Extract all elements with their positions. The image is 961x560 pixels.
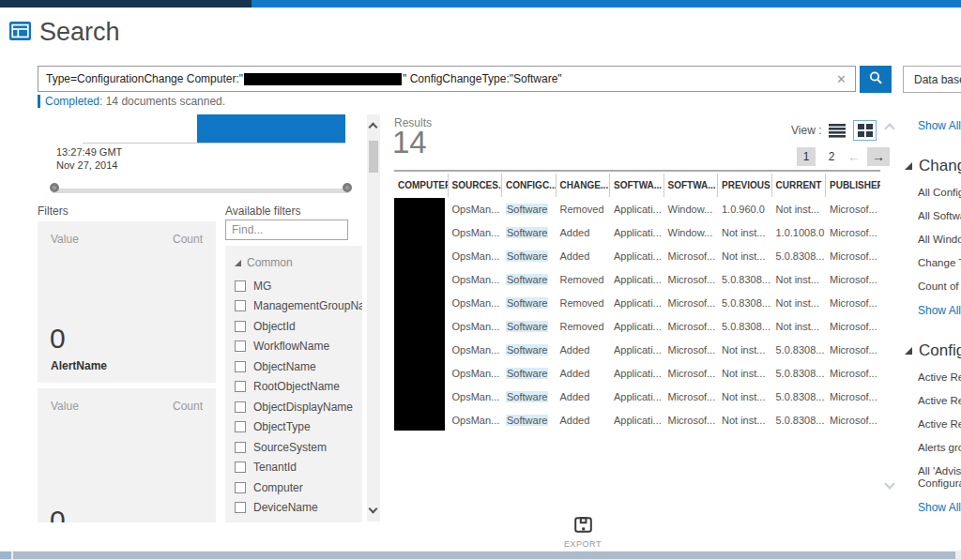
filter-checkbox-item[interactable]: DeviceName [235,498,362,519]
highlighted-term: Software [506,391,548,402]
hscroll-left-button[interactable] [0,552,11,559]
filter-checkbox-item[interactable]: RootObjectName [235,377,362,398]
hscroll-thumb[interactable] [13,552,955,559]
next-page-icon[interactable]: → [867,147,890,166]
checkbox[interactable] [235,300,246,311]
histogram-bar[interactable] [197,114,345,143]
results-scroll-up-icon[interactable] [884,123,894,133]
table-cell: Microsof... [664,391,719,402]
results-table-header: COMPUTERSOURCES...CONFIGC...CHANGE...SOF… [394,174,880,197]
filter-group-common[interactable]: Common [235,255,362,270]
facet-count-header: Count [173,233,203,246]
scrollbar-thumb[interactable] [369,141,378,173]
table-cell: Applicati... [610,297,664,309]
export-button[interactable]: EXPORT [561,517,604,549]
show-all-link[interactable]: Show All... [918,304,961,317]
search-button[interactable] [860,66,892,93]
filter-checkbox-item[interactable]: ObjectName [235,356,362,377]
scroll-up-icon[interactable] [369,123,378,132]
filter-checkbox-item[interactable]: ObjectDisplayName [235,397,362,417]
table-cell: Applicati... [610,368,664,379]
related-search-link[interactable]: All Configu [918,187,961,199]
page-button[interactable]: 1 [797,147,816,166]
column-header[interactable]: CURRENT [772,174,827,197]
section-header[interactable]: Change [905,157,961,175]
filter-checkbox-item[interactable]: MG [235,276,362,296]
column-header[interactable]: PUBLISHER [826,174,880,197]
slider-handle-right[interactable] [343,183,352,192]
related-search-link[interactable]: Alerts grou [918,442,961,454]
find-filter-input[interactable] [225,219,348,240]
table-row[interactable]: OpsMan...SoftwareRemovedApplicati...Micr… [394,291,880,314]
table-cell: Microsof... [664,274,719,285]
column-header[interactable]: SOFTWA... [610,174,664,197]
column-header[interactable]: PREVIOUS [718,174,772,197]
results-scroll-down-icon[interactable] [884,478,894,489]
related-search-link[interactable]: Active Reco [918,418,961,431]
page-button[interactable]: 2 [822,147,841,166]
filter-checkbox-item[interactable]: Computer [235,477,362,498]
checkbox[interactable] [235,341,246,352]
checkbox[interactable] [235,321,246,332]
facet-value-header: Value [51,400,79,413]
grid-view-icon[interactable] [853,120,877,141]
column-header[interactable]: COMPUTER [394,174,449,197]
filter-checkbox-item[interactable]: WorkflowName [235,337,362,357]
table-row[interactable]: OpsMan...SoftwareRemovedApplicati...Wind… [394,197,880,220]
filter-checkbox-label: WorkflowName [253,340,329,353]
table-row[interactable]: OpsMan...SoftwareAddedApplicati...Window… [394,220,880,244]
section-header[interactable]: Configu [905,341,961,360]
table-row[interactable]: OpsMan...SoftwareAddedApplicati...Micros… [394,338,880,361]
horizontal-scrollbar[interactable] [0,551,961,560]
checkbox[interactable] [235,280,246,292]
table-row[interactable]: OpsMan...SoftwareAddedApplicati...Micros… [394,385,880,408]
show-all-link[interactable]: Show All... [918,501,961,514]
checkbox[interactable] [235,482,246,493]
related-search-link[interactable]: All 'Advisor Configurati [918,465,961,490]
column-header[interactable]: CONFIGC... [502,174,557,197]
related-search-link[interactable]: Change Typ [918,257,961,269]
search-query-input[interactable]: Type=ConfigurationChange Computer:"" Con… [38,66,856,92]
checkbox[interactable] [235,502,246,513]
column-header[interactable]: CHANGE... [557,174,611,197]
checkbox[interactable] [235,462,246,473]
related-search-link[interactable]: All Softwar [918,210,961,222]
related-search-link[interactable]: All Window [918,234,961,246]
scroll-down-icon[interactable] [369,505,378,514]
table-row[interactable]: OpsMan...SoftwareAddedApplicati...Micros… [394,244,880,267]
time-histogram[interactable] [83,114,345,144]
table-cell: Added [557,391,611,402]
table-row[interactable]: OpsMan...SoftwareRemovedApplicati...Micr… [394,314,880,338]
table-cell: Applicati... [610,391,664,402]
filter-checkbox-item[interactable] [235,518,362,522]
column-header[interactable]: SOFTWA... [664,174,719,197]
column-header[interactable]: SOURCES... [449,174,503,197]
prev-page-icon[interactable]: ← [847,149,861,164]
checkbox[interactable] [235,361,246,372]
slider-handle-left[interactable] [50,183,59,192]
checkbox[interactable] [235,421,246,432]
table-row[interactable]: OpsMan...SoftwareAddedApplicati...Micros… [394,408,880,431]
table-row[interactable]: OpsMan...SoftwareRemovedApplicati...Micr… [394,267,880,291]
list-view-icon[interactable] [829,124,846,138]
search-status: Completed : 14 documents scanned. [38,95,225,108]
filter-checkbox-item[interactable]: ObjectId [235,316,362,337]
filter-checkbox-item[interactable]: ManagementGroupName [235,296,362,317]
table-cell: Not inst... [772,297,827,309]
time-range-slider[interactable] [52,189,350,193]
show-all-link[interactable]: Show All... [918,119,961,132]
filter-checkbox-label: ObjectDisplayName [253,401,353,414]
related-search-link[interactable]: Active Reco [918,395,961,407]
checkbox[interactable] [235,442,246,453]
data-based-scope-button[interactable]: Data based [903,66,961,93]
filter-checkbox-item[interactable]: SourceSystem [235,437,362,458]
filter-checkbox-item[interactable]: TenantId [235,458,362,478]
left-panel-scrollbar[interactable] [367,114,380,522]
filter-checkbox-item[interactable]: ObjectType [235,417,362,438]
checkbox[interactable] [235,381,246,392]
clear-search-icon[interactable]: ✕ [836,72,847,86]
related-search-link[interactable]: Active Reco [918,371,961,384]
related-search-link[interactable]: Count of di [918,280,961,293]
checkbox[interactable] [235,401,246,413]
table-row[interactable]: OpsMan...SoftwareAddedApplicati...Micros… [394,361,880,385]
